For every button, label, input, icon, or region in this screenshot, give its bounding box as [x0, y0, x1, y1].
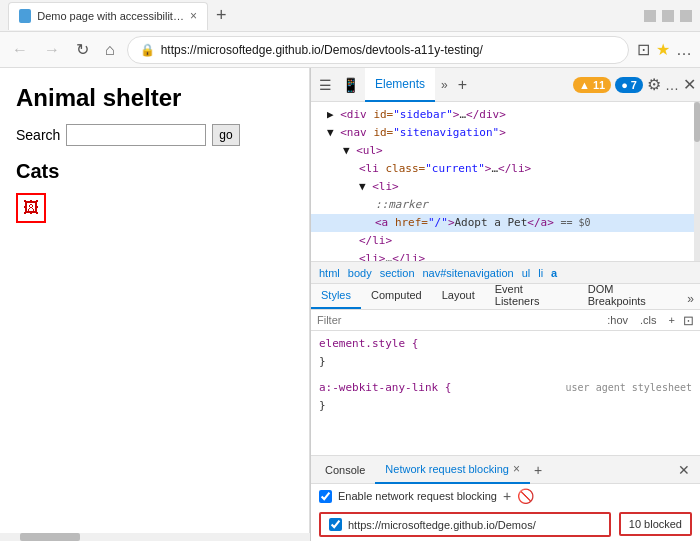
url-text: https://microsoftedge.github.io/Demos/de… [161, 43, 616, 57]
network-blocking-tab-label: Network request blocking [385, 463, 509, 475]
enable-label: Enable network request blocking [338, 490, 497, 502]
device-icon[interactable]: 📱 [338, 73, 363, 97]
network-blocking-close[interactable]: × [513, 462, 520, 476]
blocking-item: https://microsoftedge.github.io/Demos/ [319, 512, 611, 537]
page-title: Animal shelter [16, 84, 293, 112]
hov-button[interactable]: :hov [603, 312, 632, 328]
elements-tab[interactable]: Elements [365, 68, 435, 102]
refresh-button[interactable]: ↻ [72, 38, 93, 61]
browser-tab[interactable]: Demo page with accessibility iss… × [8, 2, 208, 30]
breadcrumb-item-ul[interactable]: ul [518, 267, 535, 279]
cats-heading: Cats [16, 160, 293, 183]
tab-close-button[interactable]: × [190, 9, 197, 23]
filter-bar: :hov .cls + ⊡ [311, 310, 700, 331]
add-panel-button[interactable]: + [454, 72, 471, 98]
toolbar-icons: ⊡ ★ … [637, 40, 692, 59]
event-listeners-tab[interactable]: Event Listeners [485, 283, 578, 309]
page-scrollbar-thumb [20, 533, 80, 541]
close-button[interactable] [680, 10, 692, 22]
tab-favicon [19, 9, 31, 23]
network-blocking-content: Enable network request blocking + 🚫 http… [311, 484, 700, 541]
new-tab-button[interactable]: + [210, 5, 233, 26]
more-panels-button[interactable]: » [437, 74, 452, 96]
devtools-toolbar: ☰ 📱 Elements » + ▲ 11 ● 7 ⚙ … ✕ [311, 68, 700, 102]
dom-line[interactable]: ▼ <ul> [311, 142, 700, 160]
add-console-tab-button[interactable]: + [530, 460, 546, 480]
cat-image: 🖼 [16, 193, 46, 223]
elements-tab-label: Elements [375, 77, 425, 91]
console-tabs: Console Network request blocking × + ✕ [311, 456, 700, 484]
warning-badge[interactable]: ▲ 11 [573, 77, 611, 93]
tab-bar: Demo page with accessibility iss… × + [8, 2, 636, 30]
blocking-item-checkbox[interactable] [329, 518, 342, 531]
dom-breakpoints-tab[interactable]: DOM Breakpoints [578, 283, 682, 309]
back-button[interactable]: ← [8, 39, 32, 61]
enable-checkbox[interactable] [319, 490, 332, 503]
breadcrumb-item-body[interactable]: body [344, 267, 376, 279]
search-input[interactable] [66, 124, 206, 146]
page-content: Animal shelter Search go Cats 🖼 [0, 68, 310, 541]
network-blocking-tab[interactable]: Network request blocking × [375, 456, 530, 484]
maximize-button[interactable] [662, 10, 674, 22]
url-bar[interactable]: 🔒 https://microsoftedge.github.io/Demos/… [127, 36, 629, 64]
dom-line[interactable]: ▼ <li> [311, 178, 700, 196]
broken-image-icon: 🖼 [23, 199, 39, 217]
css-rule-webkit-link[interactable]: a:-webkit-any-link { } user agent styles… [311, 375, 700, 419]
minimize-button[interactable] [644, 10, 656, 22]
breadcrumb-item-a[interactable]: a [547, 267, 561, 279]
blocking-item-row: https://microsoftedge.github.io/Demos/ 1… [319, 510, 692, 537]
panel-tab-more[interactable]: » [681, 289, 700, 309]
forward-button[interactable]: → [40, 39, 64, 61]
dom-line-selected[interactable]: <a href="/">Adopt a Pet</a> == $0 [311, 214, 700, 232]
dom-line[interactable]: <li>…</li> [311, 250, 700, 262]
dom-line[interactable]: ▼ <nav id="sitenavigation"> [311, 124, 700, 142]
devtools-more-button[interactable]: … [665, 77, 679, 93]
inspect-icon[interactable]: ☰ [315, 73, 336, 97]
lock-icon: 🔒 [140, 43, 155, 57]
address-bar: ← → ↻ ⌂ 🔒 https://microsoftedge.github.i… [0, 32, 700, 68]
breadcrumb-item-nav[interactable]: nav#sitenavigation [419, 267, 518, 279]
styles-tab[interactable]: Styles [311, 283, 361, 309]
page-scrollbar[interactable] [0, 533, 310, 541]
breadcrumb-item-html[interactable]: html [315, 267, 344, 279]
console-tab[interactable]: Console [315, 456, 375, 484]
home-button[interactable]: ⌂ [101, 39, 119, 61]
dom-scrollbar[interactable] [694, 102, 700, 261]
close-all-button[interactable]: ✕ [672, 460, 696, 480]
dom-tree: ▶ <div id="sidebar">…</div> ▼ <nav id="s… [311, 102, 700, 262]
enable-row: Enable network request blocking + 🚫 [319, 488, 692, 504]
info-badge[interactable]: ● 7 [615, 77, 643, 93]
main-area: Animal shelter Search go Cats 🖼 ☰ 📱 Elem… [0, 68, 700, 541]
split-icon[interactable]: ⊡ [637, 40, 650, 59]
toggle-sidebar-icon[interactable]: ⊡ [683, 313, 694, 328]
dom-line[interactable]: ::marker [311, 196, 700, 214]
breadcrumb-item-section[interactable]: section [376, 267, 419, 279]
computed-tab[interactable]: Computed [361, 283, 432, 309]
devtools-panel: ☰ 📱 Elements » + ▲ 11 ● 7 ⚙ … ✕ ▶ <div i… [310, 68, 700, 541]
settings-icon[interactable]: ⚙ [647, 75, 661, 94]
devtools-close-button[interactable]: ✕ [683, 75, 696, 94]
layout-tab[interactable]: Layout [432, 283, 485, 309]
block-icon: 🚫 [517, 488, 534, 504]
dom-scrollbar-thumb [694, 102, 700, 142]
search-row: Search go [16, 124, 293, 146]
search-label: Search [16, 127, 60, 143]
css-rule-element-style[interactable]: element.style { } [311, 331, 700, 375]
dom-line[interactable]: ▶ <div id="sidebar">…</div> [311, 106, 700, 124]
dom-line[interactable]: <li class="current">…</li> [311, 160, 700, 178]
breadcrumb-item-li[interactable]: li [534, 267, 547, 279]
panel-tabs: Styles Computed Layout Event Listeners D… [311, 284, 700, 310]
dom-line[interactable]: </li> [311, 232, 700, 250]
more-icon[interactable]: … [676, 41, 692, 59]
window-controls [644, 10, 692, 22]
filter-input[interactable] [317, 314, 599, 326]
tab-title: Demo page with accessibility iss… [37, 10, 184, 22]
favorites-icon[interactable]: ★ [656, 40, 670, 59]
devtools-badges: ▲ 11 ● 7 ⚙ … ✕ [573, 75, 696, 94]
cls-button[interactable]: .cls [636, 312, 661, 328]
search-go-button[interactable]: go [212, 124, 239, 146]
add-blocking-rule-button[interactable]: + [503, 488, 511, 504]
elements-panel: ▶ <div id="sidebar">…</div> ▼ <nav id="s… [311, 102, 700, 455]
add-style-button[interactable]: + [665, 312, 679, 328]
breadcrumb-bar: html body section nav#sitenavigation ul … [311, 262, 700, 284]
